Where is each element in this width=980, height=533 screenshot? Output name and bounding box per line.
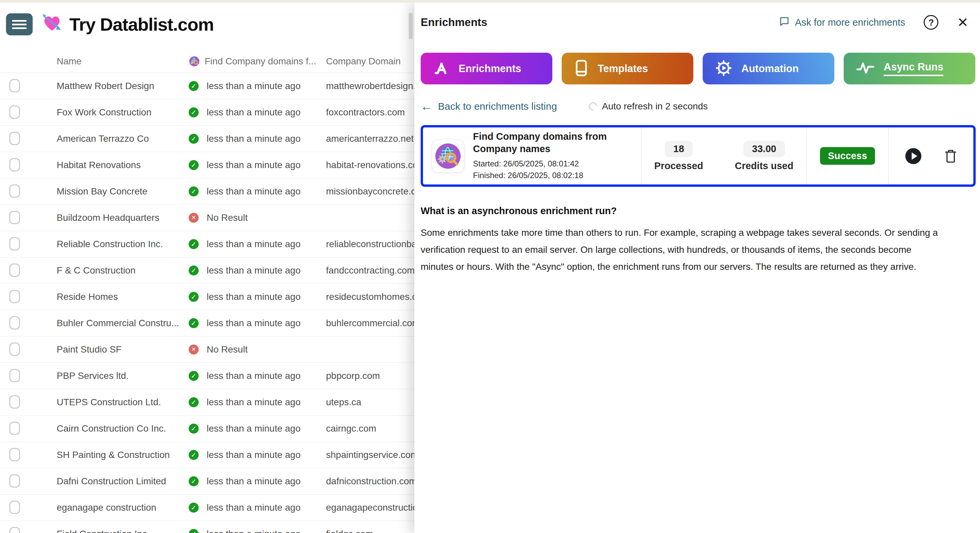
company-name: American Terrazzo Co <box>57 126 149 152</box>
company-domain: dafniconstruction.com <box>326 468 414 494</box>
status-icon <box>189 371 199 381</box>
company-name: Reside Homes <box>57 284 118 310</box>
company-name: Buildzoom Headquarters <box>57 205 159 231</box>
table-row[interactable]: Cairn Construction Co Inc.less than a mi… <box>0 416 414 442</box>
status-text: less than a minute ago <box>207 310 301 336</box>
enrichments-panel: Enrichments Ask for more enrichments ? ✕ <box>414 3 980 533</box>
row-checkbox[interactable] <box>10 79 20 93</box>
pulse-icon <box>856 61 874 76</box>
company-domain: shpaintingservice.com <box>326 442 414 468</box>
table-row[interactable]: Reliable Construction Inc.less than a mi… <box>0 231 414 257</box>
tab-enrichments[interactable]: Enrichments <box>421 53 552 85</box>
tab-async-runs[interactable]: Async Runs <box>844 53 975 85</box>
row-checkbox[interactable] <box>10 263 20 277</box>
row-checkbox[interactable] <box>10 316 20 330</box>
table-row[interactable]: Habitat Renovationsless than a minute ag… <box>0 152 414 179</box>
row-checkbox[interactable] <box>10 290 20 303</box>
column-header-domain[interactable]: Company Domain <box>326 50 401 73</box>
status-icon <box>189 107 199 117</box>
row-checkbox[interactable] <box>10 158 20 171</box>
row-checkbox[interactable] <box>10 237 20 251</box>
status-icon <box>189 134 199 144</box>
run-finished: Finished: 26/05/2025, 08:02:18 <box>473 170 630 182</box>
table-row[interactable]: Dafni Construction Limitedless than a mi… <box>0 468 414 495</box>
table-row[interactable]: Mission Bay Concreteless than a minute a… <box>0 179 414 205</box>
tab-label: Enrichments <box>459 63 521 75</box>
status-icon <box>189 81 199 91</box>
table-row[interactable]: Paint Studio SFNo Result <box>0 337 414 363</box>
status-icon <box>189 160 199 170</box>
processed-stat: 18 Processed <box>654 141 703 171</box>
status-text: No Result <box>207 337 248 362</box>
row-checkbox[interactable] <box>10 132 20 145</box>
table-row[interactable]: Reside Homesless than a minute agoreside… <box>0 284 414 310</box>
table-row[interactable]: Matthew Robert Designless than a minute … <box>0 73 414 99</box>
row-checkbox[interactable] <box>10 527 20 533</box>
hamburger-menu-button[interactable] <box>6 13 33 35</box>
company-name: Paint Studio SF <box>57 337 122 362</box>
heart-arrow-logo-icon <box>41 13 63 34</box>
company-name: Cairn Construction Co Inc. <box>57 416 166 442</box>
collection-area: Try Datablist.com Name Find Company doma… <box>0 3 414 533</box>
row-checkbox[interactable] <box>10 501 20 514</box>
table-row[interactable]: Fox Work Constructionless than a minute … <box>0 99 414 126</box>
enrichment-app-icon <box>432 140 465 172</box>
ask-more-label: Ask for more enrichments <box>795 17 905 28</box>
help-icon[interactable]: ? <box>924 15 938 30</box>
row-checkbox[interactable] <box>10 211 20 224</box>
trash-button[interactable] <box>945 149 957 163</box>
company-domain: eganagapeconstructio <box>326 495 414 521</box>
table-row[interactable]: Buhler Commercial Constru...less than a … <box>0 310 414 337</box>
company-name: Field Construction Inc <box>57 521 147 533</box>
table-row[interactable]: UTEPS Construction Ltd.less than a minut… <box>0 389 414 416</box>
company-name: Reliable Construction Inc. <box>57 231 163 257</box>
table-scrollbar-thumb[interactable] <box>409 13 413 39</box>
tab-automation[interactable]: Automation <box>703 53 834 85</box>
row-checkbox[interactable] <box>10 369 20 382</box>
table-row[interactable]: F & C Constructionless than a minute ago… <box>0 257 414 284</box>
table-row[interactable]: SH Painting & Constructionless than a mi… <box>0 442 414 468</box>
tab-templates[interactable]: Templates <box>562 53 693 85</box>
table-row[interactable]: Field Construction Incless than a minute… <box>0 521 414 533</box>
row-checkbox[interactable] <box>10 105 20 119</box>
company-domain: reliableconstructionba <box>326 231 414 257</box>
status-icon <box>189 318 199 328</box>
row-checkbox[interactable] <box>10 474 20 488</box>
table-row[interactable]: American Terrazzo Coless than a minute a… <box>0 126 414 152</box>
credits-stat: 33.00 Credits used <box>735 141 794 171</box>
row-checkbox[interactable] <box>10 421 20 435</box>
status-icon <box>189 424 199 434</box>
status-text: less than a minute ago <box>207 231 301 257</box>
faq-question: What is an asynchronous enrichment run? <box>421 206 976 217</box>
company-domain: uteps.ca <box>326 389 361 415</box>
status-icon <box>189 529 199 533</box>
ask-for-more-enrichments-link[interactable]: Ask for more enrichments <box>779 16 905 29</box>
row-checkbox[interactable] <box>10 448 20 461</box>
status-text: less than a minute ago <box>207 363 301 389</box>
company-name: Buhler Commercial Constru... <box>57 310 179 336</box>
back-to-enrichments-link[interactable]: ← Back to enrichments listing <box>421 101 557 112</box>
company-name: Dafni Construction Limited <box>57 468 166 494</box>
book-icon <box>574 59 588 78</box>
status-text: less than a minute ago <box>207 389 301 415</box>
company-domain: fieldgc.com <box>326 521 373 533</box>
panel-title: Enrichments <box>421 16 487 29</box>
column-header-enrichment[interactable]: Find Company domains f... <box>205 50 317 73</box>
row-checkbox[interactable] <box>10 184 20 198</box>
table-row[interactable]: eganagape constructionless than a minute… <box>0 495 414 521</box>
column-header-name[interactable]: Name <box>57 50 82 73</box>
row-checkbox[interactable] <box>10 395 20 409</box>
run-title: Find Company domains from Company names <box>473 131 630 155</box>
play-button[interactable] <box>905 148 921 164</box>
async-run-card[interactable]: Find Company domains from Company names … <box>421 125 976 187</box>
table-row[interactable]: PBP Services ltd.less than a minute agop… <box>0 363 414 389</box>
status-icon <box>189 450 199 460</box>
status-text: less than a minute ago <box>207 99 301 125</box>
table-row[interactable]: Buildzoom HeadquartersNo Result <box>0 205 414 231</box>
tab-label: Automation <box>741 63 799 75</box>
company-domain: cairngc.com <box>326 416 376 442</box>
status-icon <box>189 397 199 407</box>
status-text: less than a minute ago <box>207 179 301 204</box>
row-checkbox[interactable] <box>10 343 20 356</box>
close-icon[interactable]: ✕ <box>957 16 968 29</box>
